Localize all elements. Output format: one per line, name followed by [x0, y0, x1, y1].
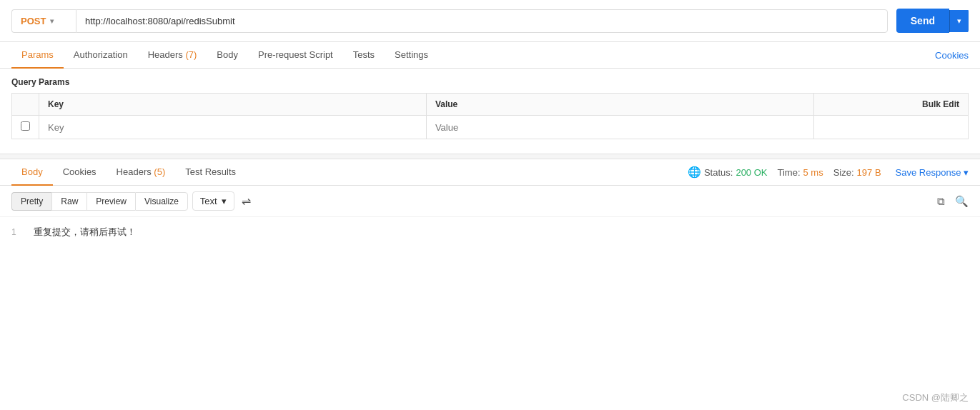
response-tab-cookies[interactable]: Cookies [53, 159, 107, 186]
tab-headers[interactable]: Headers (7) [138, 42, 207, 69]
view-mode-group: Pretty Raw Preview Visualize [11, 192, 188, 211]
key-col-header: Key [39, 94, 427, 116]
preview-button[interactable]: Preview [86, 192, 135, 211]
bulk-edit-header[interactable]: Bulk Edit [813, 94, 968, 116]
format-type-label: Text [200, 196, 217, 206]
response-tab-body[interactable]: Body [11, 159, 53, 186]
method-label: POST [21, 16, 46, 26]
cookies-link[interactable]: Cookies [935, 50, 969, 61]
url-bar: POST ▾ Send ▾ [0, 0, 980, 42]
size-label: Size: [833, 167, 854, 178]
send-button-group: Send ▾ [896, 9, 969, 33]
checkbox-col-header [12, 94, 39, 116]
method-chevron: ▾ [50, 17, 54, 25]
status-value: 200 OK [736, 167, 767, 178]
response-tab-headers[interactable]: Headers (5) [107, 159, 176, 186]
key-input[interactable] [48, 122, 417, 133]
row-checkbox-cell [12, 116, 39, 139]
send-main-button[interactable]: Send [896, 9, 949, 33]
time-value: 5 ms [803, 167, 823, 178]
response-content-1: 重复提交，请稍后再试！ [34, 226, 136, 237]
headers-badge: (7) [185, 49, 197, 60]
size-value: 197 B [857, 167, 881, 178]
row-checkbox[interactable] [21, 121, 30, 131]
format-type-dropdown[interactable]: Text ▾ [192, 191, 234, 211]
method-dropdown[interactable]: POST ▾ [11, 9, 76, 33]
tab-pre-request-script[interactable]: Pre-request Script [248, 42, 343, 69]
request-tabs-row: Params Authorization Headers (7) Body Pr… [0, 42, 980, 69]
params-table: Key Value Bulk Edit [11, 93, 969, 139]
globe-icon: 🌐 [688, 166, 701, 179]
key-cell [39, 116, 427, 139]
value-cell [426, 116, 813, 139]
response-section: Body Cookies Headers (5) Test Results 🌐 … [0, 159, 980, 247]
footer: CSDN @陆卿之 [902, 391, 969, 404]
value-col-header: Value [426, 94, 813, 116]
tab-params[interactable]: Params [11, 42, 64, 69]
query-params-section: Query Params Key Value Bulk Edit [0, 69, 980, 139]
raw-button[interactable]: Raw [51, 192, 86, 211]
save-response-button[interactable]: Save Response ▾ [896, 167, 969, 178]
visualize-button[interactable]: Visualize [135, 192, 188, 211]
format-bar: Pretty Raw Preview Visualize Text ▾ ⇌ ⧉ … [0, 186, 980, 217]
line-number-1: 1 [11, 227, 16, 237]
value-input[interactable] [435, 122, 805, 133]
table-row [12, 116, 969, 139]
time-label: Time: [778, 167, 801, 178]
actions-cell [813, 116, 968, 139]
url-input[interactable] [76, 9, 888, 33]
send-dropdown-button[interactable]: ▾ [949, 10, 969, 32]
response-tab-test-results[interactable]: Test Results [175, 159, 246, 186]
search-icon[interactable]: 🔍 [955, 195, 969, 208]
tab-settings[interactable]: Settings [385, 42, 438, 69]
query-params-label: Query Params [11, 77, 969, 87]
response-headers-badge: (5) [154, 166, 165, 177]
wrap-icon[interactable]: ⇌ [242, 194, 251, 208]
response-status-row: 🌐 Status: 200 OK Time: 5 ms Size: 197 B … [688, 166, 969, 179]
status-label: Status: [704, 167, 733, 178]
tab-body[interactable]: Body [207, 42, 248, 69]
tab-tests[interactable]: Tests [343, 42, 385, 69]
section-divider [0, 154, 980, 159]
footer-text: CSDN @陆卿之 [902, 392, 969, 403]
format-chevron: ▾ [222, 196, 227, 206]
pretty-button[interactable]: Pretty [11, 192, 51, 211]
tab-authorization[interactable]: Authorization [64, 42, 138, 69]
copy-icon[interactable]: ⧉ [937, 195, 945, 208]
response-body: 1 重复提交，请稍后再试！ [0, 217, 980, 247]
response-tabs-row: Body Cookies Headers (5) Test Results 🌐 … [0, 159, 980, 186]
